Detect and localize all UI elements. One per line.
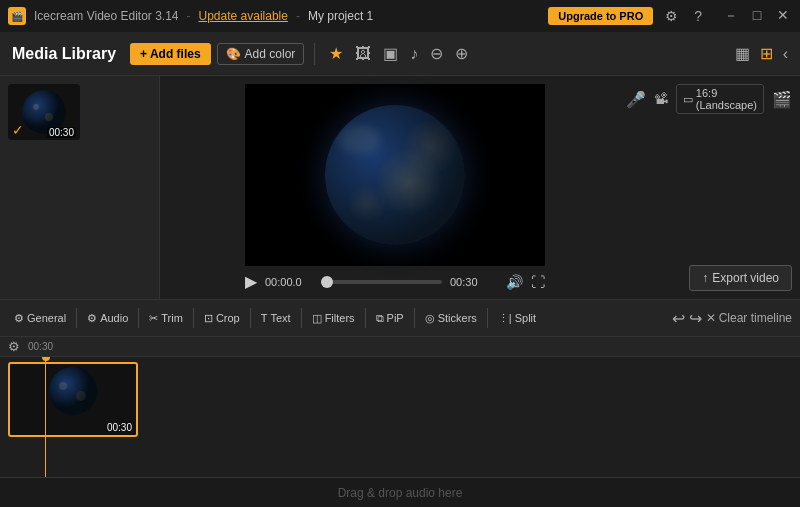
svg-point-6 bbox=[59, 382, 67, 390]
zoom-in-icon[interactable]: ⊕ bbox=[451, 42, 472, 65]
timeline-settings-icon[interactable]: ⚙ bbox=[8, 339, 20, 354]
image-filter-icon[interactable]: 🖼 bbox=[351, 43, 375, 65]
split-icon: ⋮| bbox=[498, 312, 512, 325]
grid-view-icon[interactable]: ▦ bbox=[731, 42, 754, 65]
edit-tools-right: ↩ ↪ ✕ Clear timeline bbox=[672, 309, 792, 328]
tool-separator-8 bbox=[487, 308, 488, 328]
add-files-button[interactable]: + Add files bbox=[130, 43, 211, 65]
stickers-tool-button[interactable]: ◎ Stickers bbox=[419, 308, 483, 329]
audio-drop-zone: Drag & drop audio here bbox=[0, 477, 800, 507]
filter-icons: ★ 🖼 ▣ ♪ ⊖ ⊕ bbox=[325, 42, 472, 65]
microphone-button[interactable]: 🎤 bbox=[626, 90, 646, 109]
close-button[interactable]: ✕ bbox=[774, 7, 792, 25]
globe-lights bbox=[325, 105, 465, 245]
preview-right: 🎤 📽 ▭ 16:9 (Landscape) 🎬 ↑ Export video bbox=[630, 76, 800, 299]
list-view-icon[interactable]: ⊞ bbox=[756, 42, 777, 65]
view-icons: ▦ ⊞ bbox=[731, 42, 777, 65]
video-track-row: 00:30 bbox=[0, 357, 800, 442]
palette-icon: 🎨 bbox=[226, 47, 241, 61]
stickers-icon: ◎ bbox=[425, 312, 435, 325]
thumbnail-duration: 00:30 bbox=[47, 127, 76, 138]
crop-tool-button[interactable]: ⊡ Crop bbox=[198, 308, 246, 329]
timeline-header: ⚙ 00:30 bbox=[0, 337, 800, 357]
toolbar-separator bbox=[314, 43, 315, 65]
globe-visualization bbox=[325, 105, 465, 245]
aspect-ratio-selector[interactable]: ▭ 16:9 (Landscape) bbox=[676, 84, 764, 114]
preview-top-controls: 🎤 📽 ▭ 16:9 (Landscape) 🎬 bbox=[638, 84, 792, 114]
window-controls: － □ ✕ bbox=[722, 7, 792, 25]
undo-button[interactable]: ↩ bbox=[672, 309, 685, 328]
progress-knob[interactable] bbox=[321, 276, 333, 288]
video-clip[interactable]: 00:30 bbox=[8, 362, 138, 437]
svg-point-2 bbox=[33, 104, 39, 110]
audio-icon: ⚙ bbox=[87, 312, 97, 325]
gear-small-icon: ⚙ bbox=[14, 312, 24, 325]
audio-tool-button[interactable]: ⚙ Audio bbox=[81, 308, 134, 329]
trim-tool-button[interactable]: ✂ Trim bbox=[143, 308, 189, 329]
tool-separator-6 bbox=[365, 308, 366, 328]
export-icon: ↑ bbox=[702, 271, 708, 285]
media-library-title: Media Library bbox=[12, 45, 116, 63]
media-thumbnail[interactable]: ✓ 00:30 bbox=[8, 84, 80, 140]
tool-separator-4 bbox=[250, 308, 251, 328]
project-name: My project 1 bbox=[308, 9, 373, 23]
video-filter-icon[interactable]: ▣ bbox=[379, 42, 402, 65]
title-sep2: - bbox=[296, 9, 300, 23]
tool-separator-1 bbox=[76, 308, 77, 328]
audio-drop-label: Drag & drop audio here bbox=[338, 486, 463, 500]
tool-separator-5 bbox=[301, 308, 302, 328]
preview-center: ▶ 00:00.0 00:30 🔊 ⛶ bbox=[160, 76, 630, 299]
help-icon[interactable]: ? bbox=[690, 8, 706, 24]
clear-icon: ✕ bbox=[706, 311, 716, 325]
crop-icon: ⊡ bbox=[204, 312, 213, 325]
clear-timeline-button[interactable]: ✕ Clear timeline bbox=[706, 311, 792, 325]
media-panel: ✓ 00:30 bbox=[0, 76, 160, 299]
svg-point-3 bbox=[45, 113, 53, 121]
preview-area: ✓ 00:30 ▶ 00:00.0 00:30 🔊 ⛶ 🎤 📽 ▭ bbox=[0, 76, 800, 299]
tool-separator-7 bbox=[414, 308, 415, 328]
trim-icon: ✂ bbox=[149, 312, 158, 325]
checkmark-icon: ✓ bbox=[12, 122, 24, 138]
app-title: Icecream Video Editor 3.14 bbox=[34, 9, 179, 23]
current-time: 00:00.0 bbox=[265, 276, 313, 288]
settings-icon[interactable]: ⚙ bbox=[661, 8, 682, 24]
music-filter-icon[interactable]: ♪ bbox=[406, 43, 422, 65]
screen-record-button[interactable]: 📽 bbox=[654, 91, 668, 107]
export-button[interactable]: ↑ Export video bbox=[689, 265, 792, 291]
svg-point-7 bbox=[76, 391, 86, 401]
progress-bar[interactable] bbox=[321, 280, 442, 284]
minimize-button[interactable]: － bbox=[722, 7, 740, 25]
camera-button[interactable]: 🎬 bbox=[772, 90, 792, 109]
filters-icon: ◫ bbox=[312, 312, 322, 325]
toolbar: Media Library + Add files 🎨 Add color ★ … bbox=[0, 32, 800, 76]
maximize-button[interactable]: □ bbox=[748, 7, 766, 25]
app-icon: 🎬 bbox=[8, 7, 26, 25]
upgrade-button[interactable]: Upgrade to PRO bbox=[548, 7, 653, 25]
zoom-out-icon[interactable]: ⊖ bbox=[426, 42, 447, 65]
playback-controls: ▶ 00:00.0 00:30 🔊 ⛶ bbox=[245, 272, 545, 291]
timeline-ruler: 00:30 bbox=[20, 341, 792, 352]
collapse-button[interactable]: ‹ bbox=[783, 45, 788, 63]
general-tool-button[interactable]: ⚙ General bbox=[8, 308, 72, 329]
clip-duration-label: 00:30 bbox=[107, 422, 132, 433]
play-button[interactable]: ▶ bbox=[245, 272, 257, 291]
title-sep: - bbox=[187, 9, 191, 23]
ruler-mark: 00:30 bbox=[28, 341, 53, 352]
add-color-button[interactable]: 🎨 Add color bbox=[217, 43, 305, 65]
text-tool-button[interactable]: T Text bbox=[255, 308, 297, 328]
filters-tool-button[interactable]: ◫ Filters bbox=[306, 308, 361, 329]
volume-button[interactable]: 🔊 bbox=[506, 274, 523, 290]
tool-separator-3 bbox=[193, 308, 194, 328]
clip-thumbnail bbox=[10, 364, 136, 419]
pip-icon: ⧉ bbox=[376, 312, 384, 325]
redo-button[interactable]: ↪ bbox=[689, 309, 702, 328]
split-tool-button[interactable]: ⋮| Split bbox=[492, 308, 542, 329]
aspect-icon: ▭ bbox=[683, 93, 693, 106]
text-icon: T bbox=[261, 312, 268, 324]
star-filter-icon[interactable]: ★ bbox=[325, 42, 347, 65]
update-link[interactable]: Update available bbox=[199, 9, 288, 23]
titlebar: 🎬 Icecream Video Editor 3.14 - Update av… bbox=[0, 0, 800, 32]
total-time: 00:30 bbox=[450, 276, 498, 288]
pip-tool-button[interactable]: ⧉ PiP bbox=[370, 308, 410, 329]
fullscreen-button[interactable]: ⛶ bbox=[531, 274, 545, 290]
